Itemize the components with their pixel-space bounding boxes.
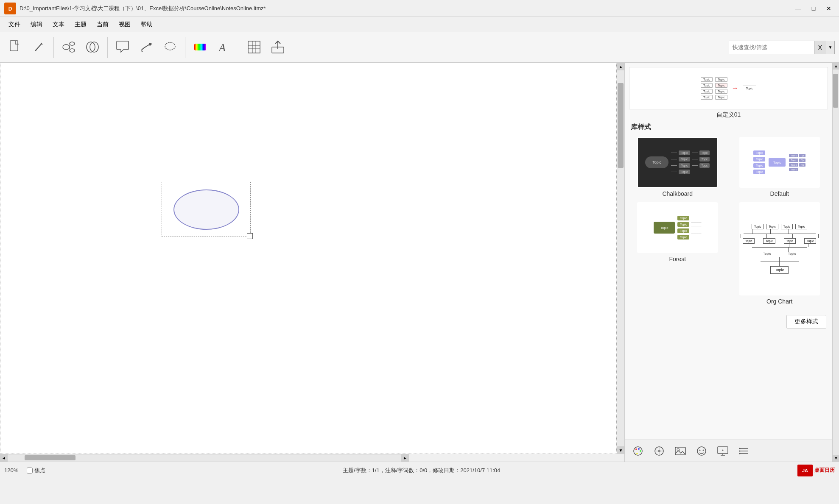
mindmap-icon (61, 39, 76, 55)
palette-button[interactable] (628, 443, 648, 459)
cust-mid-col: Topic Topic Topic Topic (715, 77, 727, 100)
grid-button[interactable] (243, 36, 265, 59)
org-low-vlines (771, 248, 789, 252)
cust-node: Topic (715, 77, 727, 82)
color-button[interactable] (190, 36, 211, 59)
emoji-button[interactable] (692, 443, 711, 459)
mindmap-button[interactable] (58, 36, 79, 59)
org-label: Topic (788, 252, 796, 256)
chalkboard-diagram: Topic Topic Topc (638, 137, 717, 188)
def-node: Topic (753, 170, 765, 174)
org-bottom-node: Topic (770, 266, 789, 274)
more-styles-button[interactable]: 更多样式 (786, 315, 826, 329)
menu-bar: 文件 编辑 文本 主题 当前 视图 帮助 (0, 17, 839, 32)
menu-current[interactable]: 当前 (92, 19, 113, 30)
org-vline (807, 229, 807, 234)
pen-button[interactable] (28, 36, 49, 59)
style-grid: Topic Topic Topc (629, 137, 828, 305)
forest-text: ———— (691, 228, 701, 231)
close-button[interactable]: ✕ (823, 3, 835, 14)
arrow-icon (139, 39, 154, 55)
menu-help[interactable]: 帮助 (137, 19, 157, 30)
hscroll-right-button[interactable]: ► (401, 454, 409, 462)
def-small-node: Tp (799, 154, 805, 157)
search-input[interactable] (729, 41, 814, 54)
scroll-track[interactable] (617, 70, 624, 446)
def-node: Topic (753, 150, 765, 155)
text-button[interactable]: A (213, 36, 235, 59)
hscroll-track[interactable] (8, 454, 401, 462)
custom-style-preview[interactable]: Topic Topic Topic Topic Topic Topic Topi… (629, 67, 828, 109)
cust-node: Topic (701, 95, 713, 100)
menu-text[interactable]: 文本 (48, 19, 69, 30)
scroll-thumb (618, 83, 624, 168)
def-right-lines: Topic Tp Topic Tp Topic (789, 154, 805, 171)
def-small-node: Topic (789, 159, 798, 162)
toolbar-sep-3 (185, 37, 185, 58)
menu-view[interactable]: 视图 (115, 19, 135, 30)
scroll-down-button[interactable]: ▼ (617, 446, 625, 454)
org-node: Topic (804, 238, 816, 244)
def-line: Topic (789, 168, 805, 171)
arrow-button[interactable] (136, 36, 157, 59)
status-right: JA 桌面日历 (797, 465, 835, 476)
default-label: Default (770, 190, 789, 197)
org-label: Topic (763, 252, 771, 256)
org-bottom-vline (779, 257, 780, 262)
new-doc-button[interactable] (4, 36, 25, 59)
right-scroll-down-button[interactable]: ▼ (833, 455, 839, 462)
callout-button[interactable] (112, 36, 133, 59)
status-app-label: 桌面日历 (814, 467, 835, 474)
search-clear-button[interactable]: X (814, 41, 826, 54)
right-panel-scroll[interactable]: Topic Topic Topic Topic Topic Topic Topi… (625, 63, 832, 440)
brush-button[interactable] (649, 443, 669, 459)
svg-text:A: A (218, 42, 226, 54)
export-button[interactable] (267, 36, 288, 59)
org-vline (792, 234, 793, 238)
org-node: Topic (743, 238, 755, 244)
svg-point-6 (63, 45, 70, 50)
resize-handle[interactable] (247, 233, 253, 239)
focus-checkbox[interactable] (27, 468, 33, 473)
style-card-chalkboard[interactable]: Topic Topic Topc (629, 137, 726, 197)
search-dropdown-button[interactable]: ▼ (826, 41, 834, 54)
cust-node-right: Topic (743, 86, 756, 91)
screen-button[interactable] (713, 443, 733, 459)
right-scroll-track[interactable] (833, 70, 839, 455)
style-card-default[interactable]: Topic Topic Topic Topic Topic (731, 137, 828, 197)
maximize-button[interactable]: □ (808, 3, 819, 14)
svg-point-32 (658, 450, 660, 452)
svg-point-8 (70, 49, 75, 52)
forest-preview-card: Topic Topic Topic Topic Topic ———— ———— (637, 202, 718, 253)
minimize-button[interactable]: — (792, 3, 804, 14)
canvas-ellipse[interactable] (162, 182, 251, 237)
menu-file[interactable]: 文件 (4, 19, 25, 30)
style-card-orgchart[interactable]: Topic Topic Topic Topic (731, 202, 828, 305)
lasso-button[interactable] (159, 36, 181, 59)
custom-style-label: 自定义01 (629, 111, 828, 119)
hscroll-left-button[interactable]: ◄ (0, 454, 8, 462)
image-button[interactable] (671, 443, 690, 459)
custom-diagram: Topic Topic Topic Topic Topic Topic Topi… (701, 77, 756, 100)
list-button[interactable] (734, 443, 754, 459)
def-small-node: Tp (799, 159, 805, 162)
right-scroll-up-button[interactable]: ▲ (833, 63, 839, 70)
menu-theme[interactable]: 主题 (70, 19, 91, 30)
menu-edit[interactable]: 编辑 (26, 19, 47, 30)
svg-point-26 (638, 448, 640, 450)
new-doc-icon (8, 40, 21, 54)
svg-text:D: D (8, 6, 12, 12)
org-node: Topic (781, 224, 793, 229)
focus-area: 焦点 (27, 467, 45, 474)
zoom-info: 120% (4, 467, 18, 473)
shape-button[interactable] (82, 36, 103, 59)
chalk-connector (692, 165, 698, 166)
org-vline (751, 244, 751, 247)
window-controls: — □ ✕ (792, 3, 835, 14)
canvas-area[interactable] (0, 63, 617, 454)
style-card-forest[interactable]: Topic Topic Topic Topic Topic ———— ———— (629, 202, 726, 305)
scroll-up-button[interactable]: ▲ (617, 63, 625, 70)
lasso-icon (162, 39, 178, 55)
svg-line-3 (36, 44, 42, 50)
def-central-node: Topic (769, 158, 786, 167)
